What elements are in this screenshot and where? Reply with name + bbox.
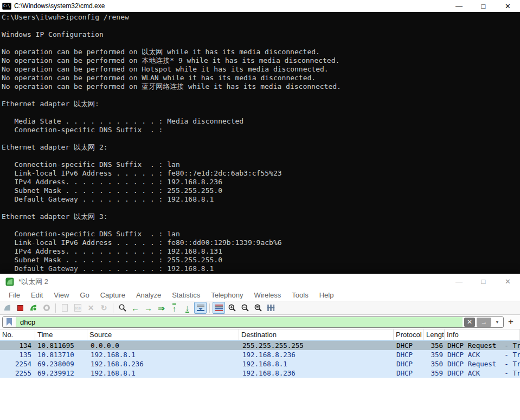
column-header-time[interactable]: Time	[35, 329, 87, 340]
clear-filter-button[interactable]: ✕	[464, 318, 475, 327]
menu-help[interactable]: Help	[314, 291, 339, 299]
terminal-line: No operation can be performed on 蓝牙网络连接 …	[2, 82, 520, 91]
go-first-packet-icon[interactable]: ↑	[168, 302, 181, 314]
cmd-titlebar: C:\ C:\Windows\system32\cmd.exe — □ ✕	[0, 0, 520, 12]
terminal-line: Default Gateway . . . . . . . . . : 192.…	[2, 264, 520, 273]
menu-view[interactable]: View	[48, 291, 74, 299]
terminal-line	[2, 221, 520, 230]
menu-analyze[interactable]: Analyze	[131, 291, 166, 299]
packet-list-header: No. Time Source Destination Protocol Len…	[0, 329, 520, 341]
wireshark-window: *以太网 2 — □ ✕ File Edit View Go Capture A…	[0, 274, 520, 420]
terminal-line: Connection-specific DNS Suffix . : lan	[2, 160, 520, 169]
menu-telephony[interactable]: Telephony	[206, 291, 248, 299]
column-header-protocol[interactable]: Protocol	[394, 329, 424, 340]
column-header-destination[interactable]: Destination	[239, 329, 394, 340]
apply-filter-button[interactable]: →	[477, 318, 491, 327]
start-capture-icon[interactable]	[1, 302, 14, 314]
toolbar-separator	[55, 303, 56, 313]
cmd-minimize-button[interactable]: —	[447, 0, 471, 12]
colorize-icon[interactable]	[213, 302, 225, 314]
terminal-line: Link-local IPv6 Address . . . . . : fe80…	[2, 169, 520, 178]
terminal-line: No operation can be performed on WLAN wh…	[2, 74, 520, 82]
wireshark-app-icon	[5, 277, 14, 286]
terminal-line: Media State . . . . . . . . . . . : Medi…	[2, 117, 520, 126]
terminal-line: Ethernet adapter 以太网:	[2, 100, 520, 108]
cmd-window-title: C:\Windows\system32\cmd.exe	[14, 2, 105, 10]
filter-bar: dhcp ✕ → ▼ +	[0, 315, 520, 329]
packet-row[interactable]: 134 10.811695 0.0.0.0 255.255.255.255 DH…	[0, 341, 520, 350]
column-header-source[interactable]: Source	[87, 329, 239, 340]
cmd-maximize-button[interactable]: □	[471, 0, 496, 12]
cmd-close-button[interactable]: ✕	[496, 0, 520, 12]
find-packet-icon[interactable]	[116, 302, 129, 314]
wireshark-titlebar: *以太网 2 — □ ✕	[0, 274, 520, 289]
stop-capture-icon[interactable]	[14, 302, 27, 314]
packet-row[interactable]: 2254 69.238009 192.168.8.236 192.168.8.1…	[0, 359, 520, 369]
terminal-line: Connection-specific DNS Suffix . :	[2, 126, 520, 134]
packet-row[interactable]: 2255 69.239912 192.168.8.1 192.168.8.236…	[0, 369, 520, 378]
column-header-info[interactable]: Info	[445, 329, 520, 340]
menu-wireless[interactable]: Wireless	[248, 291, 286, 299]
menu-capture[interactable]: Capture	[95, 291, 131, 299]
close-file-icon[interactable]: ✕	[85, 302, 97, 314]
terminal-line: Subnet Mask . . . . . . . . . . . : 255.…	[2, 256, 520, 264]
packet-list: 134 10.811695 0.0.0.0 255.255.255.255 DH…	[0, 341, 520, 378]
wireshark-toolbar: 010 ✕ ↻ ← → ⇒ ↑ ↓	[0, 301, 520, 315]
terminal-line: Default Gateway . . . . . . . . . : 192.…	[2, 195, 520, 204]
column-header-no[interactable]: No.	[0, 329, 35, 340]
filter-input[interactable]: dhcp	[16, 317, 463, 327]
wireshark-menubar: File Edit View Go Capture Analyze Statis…	[0, 289, 520, 301]
go-back-icon[interactable]: ←	[129, 302, 142, 314]
reload-icon[interactable]: ↻	[98, 302, 110, 314]
terminal-line: Subnet Mask . . . . . . . . . . . : 255.…	[2, 186, 520, 195]
capture-options-icon[interactable]	[40, 302, 53, 314]
terminal-line	[2, 22, 520, 30]
filter-dropdown-icon[interactable]: ▼	[493, 320, 502, 325]
go-last-packet-icon[interactable]: ↓	[181, 302, 194, 314]
terminal-line: No operation can be performed on 本地连接* 9…	[2, 56, 520, 65]
go-to-packet-icon[interactable]: ⇒	[155, 302, 168, 314]
wireshark-minimize-button[interactable]: —	[447, 274, 471, 289]
resize-columns-icon[interactable]	[265, 302, 277, 314]
terminal-line	[2, 108, 520, 117]
cmd-window: C:\ C:\Windows\system32\cmd.exe — □ ✕ C:…	[0, 0, 520, 275]
cmd-terminal-output[interactable]: C:\Users\itwuh>ipconfig /renew Windows I…	[0, 12, 520, 275]
packet-row[interactable]: 135 10.813710 192.168.8.1 192.168.8.236 …	[0, 350, 520, 359]
terminal-line	[2, 152, 520, 160]
wireshark-close-button[interactable]: ✕	[496, 274, 520, 289]
terminal-line: Ethernet adapter 以太网 2:	[2, 143, 520, 152]
terminal-line: Link-local IPv6 Address . . . . . : fe80…	[2, 238, 520, 247]
column-header-length[interactable]: Length	[424, 329, 445, 340]
zoom-in-icon[interactable]	[226, 302, 238, 314]
open-file-icon[interactable]	[59, 302, 71, 314]
toolbar-separator	[113, 303, 113, 313]
auto-scroll-icon[interactable]	[194, 302, 207, 314]
menu-statistics[interactable]: Statistics	[166, 291, 206, 299]
menu-tools[interactable]: Tools	[286, 291, 313, 299]
menu-file[interactable]: File	[3, 291, 25, 299]
terminal-line: No operation can be performed on 以太网 whi…	[2, 48, 520, 56]
bookmark-icon	[7, 318, 12, 326]
wireshark-window-title: *以太网 2	[18, 277, 48, 287]
add-filter-button[interactable]: +	[504, 316, 518, 327]
terminal-line: C:\Users\itwuh>ipconfig /renew	[2, 13, 520, 22]
restart-capture-icon[interactable]	[27, 302, 40, 314]
go-forward-icon[interactable]: →	[142, 302, 155, 314]
terminal-line: Windows IP Configuration	[2, 30, 520, 39]
terminal-line: IPv4 Address. . . . . . . . . . . : 192.…	[2, 247, 520, 256]
toolbar-separator	[209, 303, 210, 313]
menu-edit[interactable]: Edit	[25, 291, 48, 299]
filter-field-controls: ✕ → ▼	[463, 317, 503, 327]
save-file-icon[interactable]: 010	[72, 302, 84, 314]
filter-field: dhcp ✕ → ▼	[2, 316, 504, 328]
menu-go[interactable]: Go	[74, 291, 94, 299]
terminal-line: Ethernet adapter 以太网 3:	[2, 212, 520, 221]
zoom-out-icon[interactable]	[239, 302, 251, 314]
terminal-line	[2, 204, 520, 212]
wireshark-maximize-button[interactable]: □	[471, 274, 496, 289]
filter-bookmark-button[interactable]	[3, 317, 16, 327]
zoom-reset-icon[interactable]	[252, 302, 264, 314]
terminal-line: No operation can be performed on Hotspot…	[2, 65, 520, 74]
cmd-app-icon: C:\	[2, 3, 11, 10]
terminal-line	[2, 134, 520, 143]
